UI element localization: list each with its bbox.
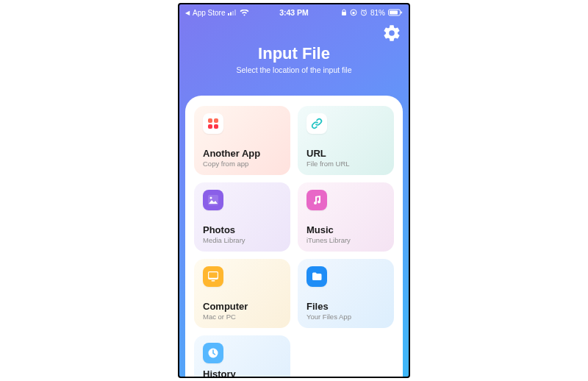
orientation-lock-icon [350,9,357,16]
page-title: Input File [179,44,409,63]
apps-grid-icon [203,113,223,134]
card-label: Files [306,301,385,312]
card-label: Photos [203,224,282,235]
status-right: 81% [341,9,403,17]
status-battery-text: 81% [370,9,385,17]
card-sub: Your Files App [306,313,385,321]
phone-frame: ◀ App Store 3:43 PM 81% [178,3,410,378]
card-sub: File from URL [306,160,385,168]
card-label: History [203,368,282,378]
music-note-icon [306,190,327,210]
svg-rect-4 [342,12,346,15]
card-history[interactable]: History [194,335,290,378]
svg-point-16 [210,197,212,199]
cell-signal-icon [228,10,237,15]
options-grid: Another App Copy from app URL File from … [194,106,394,378]
card-sub: iTunes Library [306,236,385,244]
svg-rect-3 [234,10,236,15]
card-label: URL [306,148,385,159]
card-computer[interactable]: Computer Mac or PC [194,259,290,328]
photo-icon [203,190,223,210]
gear-icon [382,24,401,43]
lock-icon [341,9,347,16]
card-music[interactable]: Music iTunes Library [298,182,394,252]
svg-rect-0 [228,13,229,15]
svg-rect-14 [214,124,218,129]
options-sheet: Another App Copy from app URL File from … [185,96,403,377]
card-photos[interactable]: Photos Media Library [194,182,290,252]
svg-rect-12 [214,118,218,123]
link-icon [306,113,327,134]
svg-rect-18 [209,272,218,278]
svg-rect-2 [232,11,234,15]
alarm-icon [360,9,368,16]
card-sub: Mac or PC [203,313,282,321]
wifi-icon [240,10,249,16]
card-label: Computer [203,301,282,312]
header: Input File Select the location of the in… [179,44,409,74]
svg-rect-1 [230,13,232,16]
status-bar: ◀ App Store 3:43 PM 81% [179,4,409,21]
svg-rect-11 [208,118,212,123]
card-url[interactable]: URL File from URL [298,106,394,175]
clock-icon [203,343,223,363]
card-sub: Media Library [203,236,282,244]
svg-rect-9 [390,11,398,15]
card-another-app[interactable]: Another App Copy from app [194,106,290,175]
card-label: Another App [203,148,282,159]
card-sub: Copy from app [203,160,282,168]
card-files[interactable]: Files Your Files App [298,259,394,328]
page-subtitle: Select the location of the input file [179,65,409,74]
status-back-app[interactable]: App Store [193,9,225,17]
svg-rect-6 [352,12,354,14]
monitor-icon [203,266,223,287]
svg-rect-10 [401,12,403,14]
folder-icon [306,266,327,287]
battery-icon [388,9,403,16]
svg-rect-13 [208,124,212,129]
status-left: ◀ App Store [185,9,249,17]
svg-rect-19 [212,280,215,282]
card-label: Music [306,224,385,235]
back-triangle-icon[interactable]: ◀ [185,10,190,16]
settings-button[interactable] [382,24,401,43]
